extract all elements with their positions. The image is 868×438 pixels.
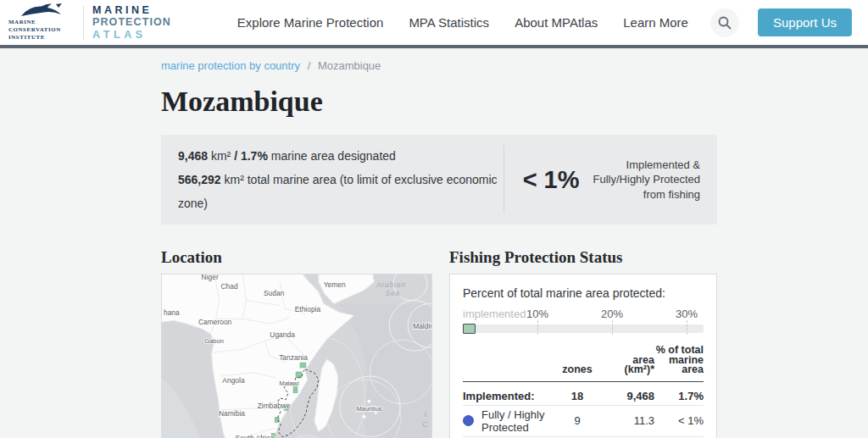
axis-tick-10: 10% [526,308,548,320]
designated-area-value: 9,468 [178,149,208,163]
row-percent: < 1% [654,414,704,427]
map-label: Uganda [270,330,295,339]
designated-area-unit: km² [211,149,231,163]
map-label: Chad [220,282,237,291]
row-zones: 18 [556,390,598,402]
map-label: South Africa [236,434,275,438]
logo-divider [83,6,84,40]
protection-bar-caption: Percent of total marine area protected: [463,286,704,300]
location-heading: Location [161,248,432,267]
nav-about-mpatlas[interactable]: About MPAtlas [515,15,598,30]
page-title: Mozambique [161,86,717,118]
map-label: Cameroon [198,318,232,326]
institute-logo: MARINE CONSERVATION INSTITUTE [8,3,75,42]
fishing-protection-heading: Fishing Protection Status [449,248,717,267]
site-header: MARINE CONSERVATION INSTITUTE MARINE PRO… [0,0,868,48]
row-percent: 1.7% [654,390,704,402]
protection-bar-track [463,324,704,333]
main-nav: Explore Marine Protection MPA Statistics… [237,15,688,30]
fishing-protection-section: Fishing Protection Status Percent of tot… [449,248,717,438]
designated-area-percent: / 1.7% [234,149,268,163]
table-row-implemented: Implemented: 18 9,468 1.7% [463,382,704,406]
highlight-label-line: from fishing [593,187,700,202]
highlight-label-line: Implemented & [593,158,700,173]
map-label: Namibia [219,409,245,418]
nav-mpa-statistics[interactable]: MPA Statistics [409,15,489,30]
axis-tick-20: 20% [601,308,623,320]
fishing-protection-card: Percent of total marine area protected: … [449,274,717,438]
map-label: C [423,420,429,429]
map-label: Ethiopia [295,305,321,313]
map-label: Malawi [279,380,298,387]
wordmark-line: MARINE [92,4,171,16]
summary-stats-box: 9,468 km² / 1.7% marine area designated … [161,135,717,225]
nav-explore-marine-protection[interactable]: Explore Marine Protection [237,15,384,30]
map-label: Sea [386,289,400,297]
map-label: Yemen [324,280,346,289]
row-label-wrap: Fully / Highly Protected [463,408,556,434]
search-icon [718,16,732,30]
map-label: Tanzania [279,353,308,362]
row-label: Fully / Highly Protected [481,408,556,434]
zones-column-header: zones [556,365,598,375]
summary-stats-text: 9,468 km² / 1.7% marine area designated … [178,144,504,215]
row-area: 11.3 [598,414,654,427]
map-label: Niger [202,274,219,281]
axis-gridline [687,320,687,335]
location-map-card: Chad Sudan Yemen Arabian Sea Ethiopia Ca… [161,274,432,438]
wordmark-line: PROTECTION [92,16,171,28]
designated-area-caption: marine area designated [271,149,396,163]
percent-column-header: % of total marine area [654,346,704,375]
map-label: Gabon [204,337,223,345]
wordmark-line: ATLAS [92,29,171,41]
area-header-line: (km²)* [598,365,654,375]
stats-divider [504,146,504,213]
area-column-header: area (km²)* [598,356,654,375]
map-label: I [424,410,426,419]
map-label: Zimbabwe [258,402,291,410]
designated-area-line: 9,468 km² / 1.7% marine area designated [178,144,504,168]
protection-bar: implemented 10% 20% 30% [463,308,704,335]
total-area-value: 566,292 [178,173,221,186]
table-row-fully-protected: Fully / Highly Protected 9 11.3 < 1% [463,406,704,437]
total-area-unit: km² [225,173,244,186]
map-label: Sudan [264,289,285,297]
row-area: 9,468 [598,390,654,402]
axis-gridline [537,320,538,335]
row-label: Implemented: [463,390,556,402]
nav-learn-more[interactable]: Learn More [623,15,688,30]
total-area-line: 566,292 km² total marine area (to limit … [178,168,504,215]
map-label: Maldive [413,322,431,330]
highlight-label: Implemented & Fully/Highly Protected fro… [593,158,700,202]
breadcrumb: marine protection by country / Mozambiqu… [161,48,717,72]
institute-name-line: INSTITUTE [8,34,45,42]
map-label: Mauritius [356,405,381,413]
institute-name-line: MARINE [8,19,36,26]
mpatlas-wordmark: MARINE PROTECTION ATLAS [92,4,171,41]
search-button[interactable] [710,8,739,37]
fully-protected-dot-icon [463,415,474,426]
breadcrumb-separator: / [308,59,311,72]
map-label: Arabian [376,280,406,289]
institute-name-line: CONSERVATION [8,26,61,34]
page-content: marine protection by country / Mozambiqu… [161,48,717,438]
highlight-percent: < 1% [523,166,580,194]
highlight-label-line: Fully/Highly Protected [593,172,700,187]
implemented-bar-fill [463,324,476,334]
location-section: Location [161,248,432,438]
axis-tick-30: 30% [676,308,698,320]
table-header-row: zones area (km²)* % of total marine area [463,346,704,382]
breadcrumb-current: Mozambique [318,59,381,72]
dolphin-icon [20,3,64,18]
location-map[interactable]: Chad Sudan Yemen Arabian Sea Ethiopia Ca… [162,274,431,438]
row-zones: 9 [556,414,598,427]
axis-gridline [612,320,613,335]
protection-table: zones area (km²)* % of total marine area… [463,346,704,438]
protection-bar-axis: implemented 10% 20% 30% [463,308,704,322]
map-label: hana [164,308,180,317]
support-us-button[interactable]: Support Us [758,8,852,36]
breadcrumb-country-list-link[interactable]: marine protection by country [161,59,300,72]
site-logo[interactable]: MARINE CONSERVATION INSTITUTE MARINE PRO… [8,3,171,42]
map-label: Angola [222,376,245,385]
implemented-axis-label: implemented [463,308,526,320]
